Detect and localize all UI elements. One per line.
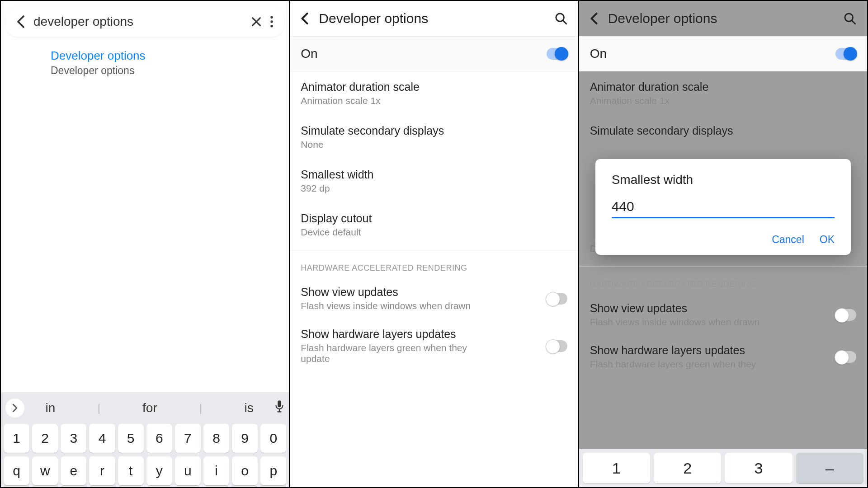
search-result-subtitle: Developer options [51, 65, 278, 77]
toggle-switch[interactable] [547, 293, 567, 305]
numeric-keypad: 1 2 3 – [579, 449, 867, 487]
section-header: HARDWARE ACCELERATED RENDERING [290, 250, 578, 277]
suggestion-word[interactable]: in [46, 401, 56, 415]
suggestion-word[interactable]: is [244, 401, 253, 415]
setting-subtitle: Flash views inside windows when drawn [590, 317, 762, 328]
svg-point-0 [271, 16, 273, 19]
search-input[interactable] [33, 14, 243, 29]
search-bar [5, 6, 284, 37]
key-6[interactable]: 6 [146, 424, 172, 453]
setting-subtitle: 392 dp [301, 183, 567, 194]
key-y[interactable]: y [146, 456, 172, 485]
setting-row[interactable]: Animator duration scaleAnimation scale 1… [290, 71, 578, 115]
key-8[interactable]: 8 [203, 424, 229, 453]
key-q[interactable]: q [4, 456, 29, 485]
svg-point-1 [271, 20, 273, 23]
master-toggle[interactable] [835, 48, 856, 60]
clear-icon[interactable] [251, 16, 262, 27]
setting-subtitle: Flash hardware layers green when they [590, 359, 762, 370]
key-0[interactable]: 0 [260, 424, 286, 453]
key-p[interactable]: p [260, 456, 286, 485]
key-t[interactable]: t [118, 456, 144, 485]
svg-point-2 [271, 25, 273, 27]
master-switch-row[interactable]: On [579, 36, 867, 71]
key-i[interactable]: i [203, 456, 229, 485]
setting-row[interactable]: Smallest width392 dp [290, 159, 578, 203]
setting-row[interactable]: Display cutoutDevice default [290, 203, 578, 247]
key-1[interactable]: 1 [583, 453, 650, 483]
key-2[interactable]: 2 [654, 453, 721, 483]
master-switch-row[interactable]: On [290, 36, 578, 71]
svg-rect-3 [278, 400, 282, 407]
setting-title: Show view updates [590, 302, 828, 315]
dialog-title: Smallest width [612, 173, 835, 187]
key-1[interactable]: 1 [4, 424, 29, 453]
toggle-setting-row[interactable]: Show view updatesFlash views inside wind… [290, 277, 578, 319]
app-bar: Developer options [579, 1, 867, 36]
setting-row[interactable]: Simulate secondary displays [579, 115, 867, 148]
setting-row[interactable]: Animator duration scaleAnimation scale 1… [579, 71, 867, 115]
setting-subtitle: Animation scale 1x [590, 95, 856, 106]
setting-subtitle: Flash hardware layers green when they up… [301, 343, 472, 364]
setting-subtitle: None [301, 139, 567, 150]
key-w[interactable]: w [32, 456, 58, 485]
setting-title: Animator duration scale [590, 80, 856, 94]
section-header: HARDWARE ACCELERATED RENDERING [579, 267, 867, 294]
setting-subtitle: Animation scale 1x [301, 95, 567, 106]
smallest-width-input[interactable] [612, 197, 835, 218]
setting-title: Simulate secondary displays [301, 124, 567, 137]
key-u[interactable]: u [175, 456, 201, 485]
key-3[interactable]: 3 [61, 424, 86, 453]
toggle-setting-row[interactable]: Show view updatesFlash views inside wind… [579, 294, 867, 336]
key-dash[interactable]: – [796, 453, 863, 483]
key-9[interactable]: 9 [232, 424, 258, 453]
setting-title: Show hardware layers updates [590, 344, 828, 357]
setting-row[interactable]: Simulate secondary displaysNone [290, 115, 578, 159]
setting-title: Show view updates [301, 286, 539, 299]
expand-suggestions-icon[interactable] [5, 399, 24, 418]
search-result-title: Developer options [51, 49, 278, 63]
master-switch-label: On [301, 47, 546, 61]
toggle-switch[interactable] [835, 309, 856, 321]
setting-title: Smallest width [301, 168, 567, 181]
key-o[interactable]: o [232, 456, 258, 485]
key-2[interactable]: 2 [32, 424, 58, 453]
key-3[interactable]: 3 [725, 453, 792, 483]
setting-subtitle: Device default [301, 227, 567, 238]
mic-icon[interactable] [274, 400, 284, 417]
key-4[interactable]: 4 [89, 424, 115, 453]
toggle-switch[interactable] [547, 340, 567, 352]
master-toggle[interactable] [547, 48, 567, 60]
setting-subtitle: Flash views inside windows when drawn [301, 300, 472, 311]
search-result-item[interactable]: Developer options Developer options [1, 41, 289, 85]
app-bar: Developer options [290, 1, 578, 36]
key-r[interactable]: r [89, 456, 115, 485]
key-5[interactable]: 5 [118, 424, 144, 453]
toggle-setting-row[interactable]: Show hardware layers updatesFlash hardwa… [579, 336, 867, 378]
master-switch-label: On [590, 47, 835, 61]
overflow-menu-icon[interactable] [270, 16, 274, 28]
cancel-button[interactable]: Cancel [772, 234, 804, 246]
toggle-switch[interactable] [835, 351, 856, 363]
suggestion-bar: in | for | is [24, 401, 274, 415]
key-e[interactable]: e [61, 456, 86, 485]
keyboard: in | for | is 1234567890 qwertyuiop [1, 392, 289, 487]
back-icon[interactable] [16, 15, 25, 28]
panel-developer-options-dialog: Developer options On Animator duration s… [579, 0, 868, 488]
ok-button[interactable]: OK [820, 234, 835, 246]
suggestion-word[interactable]: for [142, 401, 157, 415]
key-7[interactable]: 7 [175, 424, 201, 453]
setting-title: Simulate secondary displays [590, 124, 856, 137]
page-title: Developer options [319, 11, 544, 26]
page-title: Developer options [608, 11, 834, 26]
panel-developer-options: Developer options On Animator duration s… [290, 0, 579, 488]
search-icon[interactable] [555, 12, 567, 25]
setting-title: Show hardware layers updates [301, 328, 539, 341]
setting-title: Animator duration scale [301, 80, 567, 94]
back-icon[interactable] [590, 12, 598, 25]
toggle-setting-row[interactable]: Show hardware layers updatesFlash hardwa… [290, 319, 578, 372]
back-icon[interactable] [301, 12, 309, 25]
search-icon[interactable] [844, 12, 856, 25]
setting-title: Display cutout [301, 212, 567, 225]
panel-search-settings: Developer options Developer options in |… [0, 0, 290, 488]
